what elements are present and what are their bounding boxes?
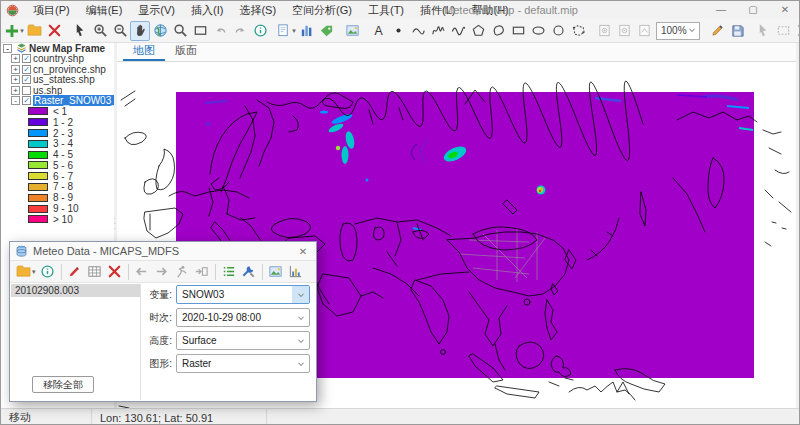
layer-node-2[interactable]: +✓us_states.shp: [1, 75, 114, 86]
edit-remove-button[interactable]: [794, 21, 800, 41]
menu-item-5[interactable]: 空间分析(G): [284, 1, 360, 19]
dialog-titlebar[interactable]: Meteo Data - MICAPS_MDFS ✕: [10, 242, 316, 261]
new-layer-button[interactable]: ▾: [4, 21, 24, 41]
zoom-out-button[interactable]: [110, 21, 130, 41]
layer-checkbox[interactable]: ✓: [22, 75, 31, 84]
collapse-icon[interactable]: -: [11, 96, 20, 105]
full-extent-button[interactable]: [150, 21, 170, 41]
layer-node-3[interactable]: +us.shp: [1, 85, 114, 96]
zoom-level-combo[interactable]: 100%: [656, 22, 700, 40]
layer-checkbox[interactable]: ✓: [22, 65, 31, 74]
edit-select-button[interactable]: [754, 21, 774, 41]
edit-pencil-button[interactable]: [708, 21, 728, 41]
menu-item-3[interactable]: 插入(I): [183, 1, 231, 19]
open-data-button[interactable]: ▾: [14, 262, 38, 282]
attribute-data-button[interactable]: [296, 21, 316, 41]
insert-image-button[interactable]: [342, 21, 362, 41]
polyline-tool-button[interactable]: [428, 21, 448, 41]
chevron-down-icon[interactable]: [292, 309, 309, 326]
pan-hand-button[interactable]: [130, 21, 150, 41]
point-tool-button[interactable]: [388, 21, 408, 41]
menu-item-4[interactable]: 选择(S): [231, 1, 284, 19]
rectangle-tool-button[interactable]: [508, 21, 528, 41]
remove-data-button[interactable]: [105, 262, 125, 282]
legend-item-3[interactable]: 3 - 4: [1, 138, 114, 149]
save-edits-button[interactable]: [728, 21, 748, 41]
new-layout-button[interactable]: ▾: [276, 21, 296, 41]
layer-checkbox[interactable]: ✓: [22, 96, 31, 105]
map-frame-node[interactable]: -New Map Frame: [1, 43, 114, 54]
remove-layer-button[interactable]: [44, 21, 64, 41]
expand-icon[interactable]: +: [11, 54, 20, 63]
chevron-down-icon[interactable]: [292, 355, 309, 372]
legend-item-10[interactable]: > 10: [1, 214, 114, 225]
map-view-button[interactable]: [266, 262, 286, 282]
identify-button[interactable]: [250, 21, 270, 41]
menu-item-0[interactable]: 项目(P): [25, 1, 78, 19]
undo-button[interactable]: [210, 21, 230, 41]
field-combo-0[interactable]: SNOW03: [176, 285, 310, 304]
expand-icon[interactable]: +: [11, 75, 20, 84]
zoom-extent-button[interactable]: [190, 21, 210, 41]
legend-item-2[interactable]: 2 - 3: [1, 128, 114, 139]
chart-view-button[interactable]: [286, 262, 306, 282]
menu-item-1[interactable]: 编辑(E): [78, 1, 131, 19]
redo-button[interactable]: [230, 21, 250, 41]
layer-checkbox[interactable]: [22, 86, 31, 95]
draw-button[interactable]: [65, 262, 85, 282]
polygon-tool-button[interactable]: [468, 21, 488, 41]
zoom-window-button[interactable]: [170, 21, 190, 41]
next-time-button[interactable]: [152, 262, 172, 282]
zoom-in-button[interactable]: [90, 21, 110, 41]
legend-item-0[interactable]: < 1: [1, 106, 114, 117]
circle-tool-button[interactable]: [548, 21, 568, 41]
text-tool-button[interactable]: A: [368, 21, 388, 41]
minimize-button[interactable]: —: [705, 1, 737, 19]
menu-item-2[interactable]: 显示(V): [130, 1, 183, 19]
legend-item-7[interactable]: 7 - 8: [1, 182, 114, 193]
field-combo-2[interactable]: Surface: [176, 331, 310, 350]
data-file-item[interactable]: 20102908.003: [11, 284, 140, 297]
legend-item-4[interactable]: 4 - 5: [1, 149, 114, 160]
expand-icon[interactable]: +: [11, 86, 20, 95]
field-combo-3[interactable]: Raster: [176, 354, 310, 373]
step-button[interactable]: [192, 262, 212, 282]
legend-item-8[interactable]: 8 - 9: [1, 192, 114, 203]
table-view-button[interactable]: [85, 262, 105, 282]
prev-time-button[interactable]: [132, 262, 152, 282]
layer-node-0[interactable]: +✓country.shp: [1, 54, 114, 65]
maximize-button[interactable]: ▢: [737, 1, 769, 19]
open-file-button[interactable]: [24, 21, 44, 41]
animate-button[interactable]: [172, 262, 192, 282]
curve-tool-button[interactable]: [408, 21, 428, 41]
layer-node-4[interactable]: -✓Raster_SNOW03_Surfa: [1, 96, 114, 107]
select-cursor-button[interactable]: [70, 21, 90, 41]
dialog-close-button[interactable]: ✕: [290, 246, 316, 257]
tab-map[interactable]: 地图: [123, 41, 165, 61]
freehand-polygon-tool-button[interactable]: [488, 21, 508, 41]
data-list-button[interactable]: [219, 262, 239, 282]
page-zoom-in-button[interactable]: [594, 21, 614, 41]
chevron-down-icon[interactable]: [292, 332, 309, 349]
page-zoom-out-button[interactable]: [614, 21, 634, 41]
field-combo-1[interactable]: 2020-10-29 08:00: [176, 308, 310, 327]
fit-page-button[interactable]: [634, 21, 654, 41]
remove-all-button[interactable]: 移除全部: [32, 376, 94, 393]
data-info-button[interactable]: [38, 262, 58, 282]
expand-icon[interactable]: +: [11, 65, 20, 74]
legend-item-5[interactable]: 5 - 6: [1, 160, 114, 171]
collapse-icon[interactable]: -: [3, 44, 12, 53]
label-button[interactable]: [316, 21, 336, 41]
ellipse-tool-button[interactable]: [528, 21, 548, 41]
settings-button[interactable]: [239, 262, 259, 282]
chevron-down-icon[interactable]: [292, 286, 309, 303]
edit-marquee-button[interactable]: [774, 21, 794, 41]
legend-item-6[interactable]: 6 - 7: [1, 171, 114, 182]
close-button[interactable]: ✕: [769, 1, 800, 19]
lasso-tool-button[interactable]: [568, 21, 588, 41]
legend-item-1[interactable]: 1 - 2: [1, 117, 114, 128]
tab-layout[interactable]: 版面: [165, 41, 207, 61]
layer-checkbox[interactable]: ✓: [22, 54, 31, 63]
layer-node-1[interactable]: +✓cn_province.shp: [1, 64, 114, 75]
freehand-tool-button[interactable]: [448, 21, 468, 41]
